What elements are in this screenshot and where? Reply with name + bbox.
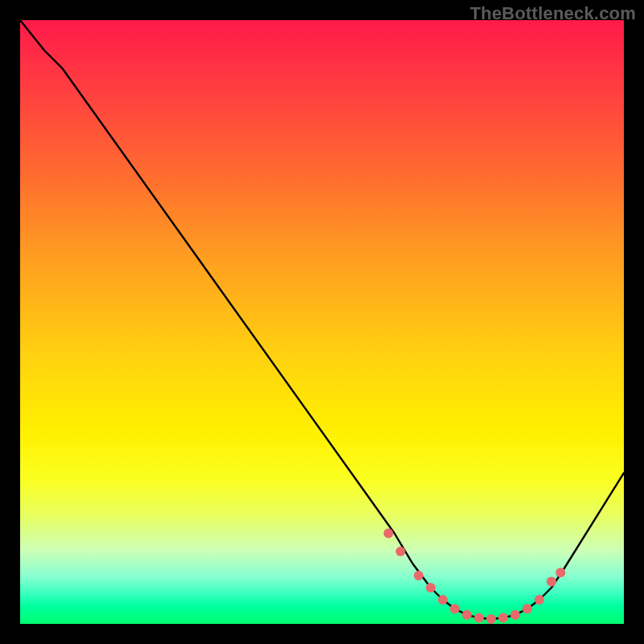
highlight-dot bbox=[555, 568, 565, 577]
highlight-dot bbox=[474, 613, 484, 623]
chart-overlay bbox=[20, 20, 624, 624]
watermark-text: TheBottleneck.com bbox=[470, 3, 636, 24]
highlight-dot bbox=[510, 610, 520, 620]
highlight-dot bbox=[462, 610, 472, 620]
highlight-dots bbox=[384, 529, 566, 625]
gradient-plot-area bbox=[20, 20, 624, 624]
highlight-dot bbox=[547, 577, 556, 587]
chart-frame: TheBottleneck.com bbox=[0, 0, 644, 644]
highlight-dot bbox=[522, 604, 532, 613]
highlight-dot bbox=[535, 595, 544, 605]
highlight-dot bbox=[450, 604, 460, 613]
highlight-dot bbox=[426, 583, 436, 592]
highlight-dot bbox=[396, 547, 406, 556]
bottleneck-curve bbox=[20, 20, 624, 619]
highlight-dot bbox=[414, 571, 423, 580]
highlight-dot bbox=[438, 595, 448, 605]
highlight-dot bbox=[498, 613, 508, 623]
highlight-dot bbox=[384, 529, 394, 539]
highlight-dot bbox=[486, 614, 496, 624]
